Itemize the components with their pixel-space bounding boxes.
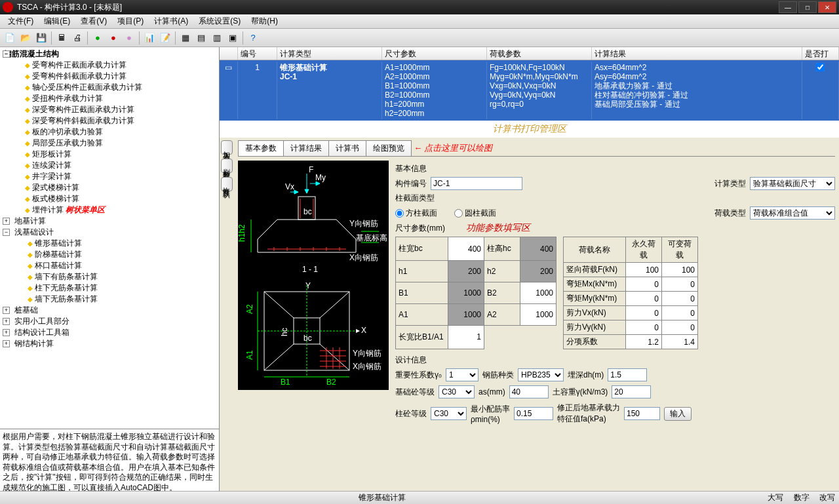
- tab-calc-book[interactable]: 计算书: [328, 140, 366, 156]
- tab-calc-result[interactable]: 计算结果: [283, 140, 329, 156]
- menu-help[interactable]: 帮助(H): [246, 14, 283, 28]
- tree-item[interactable]: 梁式楼梯计算: [1, 182, 218, 193]
- tree-item[interactable]: 井字梁计算: [1, 171, 218, 182]
- design-info-title: 设计信息: [395, 355, 835, 366]
- tb-help[interactable]: ?: [246, 31, 260, 45]
- tb-open[interactable]: 📂: [18, 31, 33, 45]
- vbtn-restore-default[interactable]: 恢复默认: [221, 177, 233, 191]
- tree-panel[interactable]: 钢筋混凝土结构受弯构件正截面承载力计算受弯构件斜截面承载力计算轴心受压构件正截面…: [0, 47, 219, 429]
- input-button[interactable]: 输入: [664, 407, 692, 421]
- tree-item[interactable]: 深受弯构件斜截面承载力计算: [1, 115, 218, 126]
- found-conc-select[interactable]: C30: [439, 385, 475, 398]
- status-caps: 大写: [768, 493, 783, 502]
- tree-group[interactable]: 结构设计工具箱: [1, 327, 218, 338]
- tb-excel[interactable]: 📊: [142, 31, 157, 45]
- tree-item[interactable]: 矩形板计算: [1, 149, 218, 160]
- grid-annotation: 计算书打印管理区: [220, 121, 839, 138]
- col-section-title: 柱截面类型: [395, 193, 835, 204]
- tree-item[interactable]: 深受弯构件正截面承载力计算: [1, 104, 218, 115]
- svg-text:B1: B1: [281, 378, 290, 387]
- tree-item[interactable]: 板的冲切承载力验算: [1, 126, 218, 138]
- gamma0-select[interactable]: 1: [446, 368, 478, 381]
- tab-drawing-preview[interactable]: 绘图预览: [366, 140, 412, 156]
- tb-word[interactable]: 📝: [158, 31, 172, 45]
- svg-text:F: F: [309, 165, 313, 174]
- depth-input[interactable]: [608, 368, 647, 381]
- min-ratio-input[interactable]: [514, 407, 553, 420]
- tb-layout3[interactable]: ▥: [210, 31, 224, 45]
- gh-no: 编号: [238, 47, 277, 60]
- tree-item[interactable]: 轴心受压构件正截面承载力计算: [1, 82, 218, 93]
- svg-text:Y向钢筋: Y向钢筋: [353, 349, 381, 358]
- tree-item[interactable]: 局部受压承载力验算: [1, 138, 218, 149]
- tb-layout4[interactable]: ▣: [225, 31, 240, 45]
- tab-bar: 基本参数 计算结果 计算书 绘图预览 ← 点击这里可以绘图: [238, 140, 835, 157]
- tree-item[interactable]: 墙下无筋条基计算: [1, 294, 218, 305]
- svg-text:X: X: [361, 326, 366, 335]
- tb-red[interactable]: ●: [106, 31, 121, 45]
- member-no-label: 构件编号: [395, 178, 427, 189]
- menu-file[interactable]: 文件(F): [3, 14, 39, 28]
- tree-item[interactable]: 受弯构件正截面承载力计算: [1, 60, 218, 71]
- tree-group[interactable]: 桩基础: [1, 305, 218, 316]
- tree-item[interactable]: 阶梯基础计算: [1, 249, 218, 260]
- menu-project[interactable]: 项目(P): [112, 14, 149, 28]
- tb-new[interactable]: 📄: [3, 31, 17, 45]
- soil-weight-input[interactable]: [612, 385, 651, 398]
- svg-line-27: [264, 292, 294, 318]
- tb-pink[interactable]: ●: [122, 31, 136, 45]
- menu-view[interactable]: 查看(V): [75, 14, 112, 28]
- window-titlebar: TSCA - 构件计算3.0 - [未标题] — □ ✕: [0, 0, 839, 14]
- svg-text:Y向钢筋: Y向钢筋: [349, 219, 378, 228]
- tree-item[interactable]: 连续梁计算: [1, 160, 218, 171]
- tree-root-node[interactable]: 钢筋混凝土结构: [1, 48, 218, 60]
- load-params-table[interactable]: 荷载名称永久荷载可变荷载竖向荷载F(kN)100100弯矩Mx(kN*m)00弯…: [563, 237, 698, 349]
- menu-calcbook[interactable]: 计算书(A): [149, 14, 193, 28]
- gh-size: 尺寸参数: [382, 47, 487, 60]
- fa-input[interactable]: [624, 407, 660, 420]
- tree-group[interactable]: 钢结构计算: [1, 338, 218, 349]
- member-no-input[interactable]: [431, 177, 522, 190]
- tb-layout2[interactable]: ▤: [194, 31, 208, 45]
- tb-green[interactable]: ●: [90, 31, 105, 45]
- vbtn-add-to-list[interactable]: 加入列表: [221, 140, 233, 155]
- vbtn-refresh[interactable]: 刷新数据: [221, 159, 233, 173]
- status-ovr: 改写: [819, 493, 835, 502]
- menu-edit[interactable]: 编辑(E): [39, 14, 75, 28]
- tree-item[interactable]: 受扭构件承载力计算: [1, 93, 218, 104]
- rebar-type-select[interactable]: HPB235: [518, 368, 564, 381]
- calc-type-select[interactable]: 验算基础截面尺寸: [750, 177, 835, 190]
- radio-round-col[interactable]: [454, 209, 463, 218]
- menu-settings[interactable]: 系统设置(S): [193, 14, 246, 28]
- load-type-select[interactable]: 荷载标准组合值: [750, 206, 835, 220]
- tb-save[interactable]: 💾: [34, 31, 49, 45]
- tree-item[interactable]: 受弯构件斜截面承载力计算: [1, 71, 218, 82]
- col-conc-select[interactable]: C30: [431, 407, 467, 420]
- tree-item[interactable]: 板式楼梯计算: [1, 193, 218, 204]
- gh-load: 荷载参数: [487, 47, 592, 60]
- tree-group[interactable]: 浅基础设计: [1, 227, 218, 238]
- svg-text:1 - 1: 1 - 1: [302, 265, 318, 274]
- tree-group[interactable]: 地基计算: [1, 216, 218, 227]
- tb-calc[interactable]: 🖩: [54, 31, 69, 45]
- minimize-button[interactable]: —: [779, 1, 797, 13]
- tree-item[interactable]: 墙下有筋条基计算: [1, 271, 218, 282]
- maximize-button[interactable]: □: [798, 1, 817, 13]
- tb-layout1[interactable]: ▦: [178, 31, 193, 45]
- tab-basic-params[interactable]: 基本参数: [238, 140, 284, 156]
- size-params-table[interactable]: 柱宽bc400柱高hc400h1200h2200B11000B21000A110…: [395, 237, 556, 349]
- row-print-check[interactable]: [816, 63, 825, 71]
- tree-item[interactable]: 锥形基础计算: [1, 238, 218, 249]
- radio-square-col[interactable]: [395, 209, 404, 218]
- svg-text:bc: bc: [303, 207, 312, 216]
- as-input[interactable]: [509, 385, 549, 398]
- grid-row[interactable]: ▭ 1 锥形基础计算JC-1 A1=1000mmA2=1000mmB1=1000…: [220, 60, 839, 121]
- svg-text:X向钢筋: X向钢筋: [353, 362, 381, 371]
- tree-item[interactable]: 杯口基础计算: [1, 260, 218, 271]
- tb-print[interactable]: 🖨: [70, 31, 85, 45]
- tree-group[interactable]: 实用小工具部分: [1, 316, 218, 327]
- tree-item[interactable]: 埋件计算 树状菜单区: [1, 204, 218, 216]
- svg-text:My: My: [315, 173, 326, 182]
- close-button[interactable]: ✕: [818, 1, 836, 13]
- tree-item[interactable]: 柱下无筋条基计算: [1, 282, 218, 294]
